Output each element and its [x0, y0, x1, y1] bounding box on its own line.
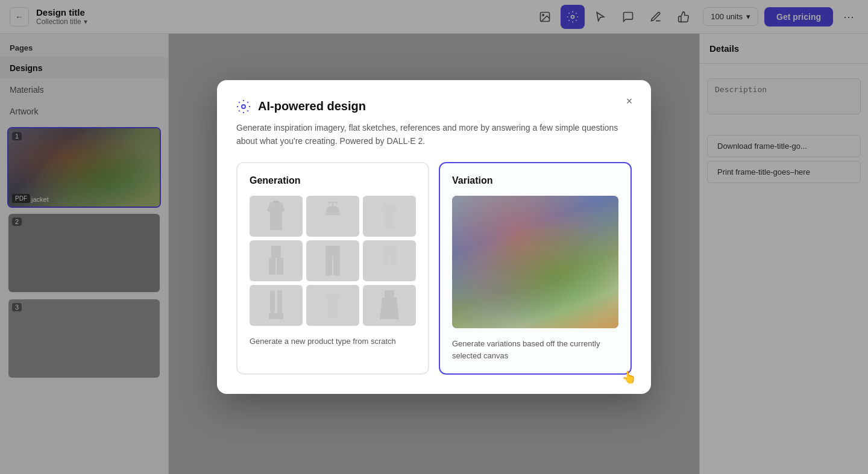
modal-cards: Generation — [236, 162, 632, 375]
shorts-icon — [377, 245, 401, 278]
generation-card-desc: Generate a new product type from scratch — [250, 335, 416, 348]
svg-rect-7 — [277, 258, 283, 275]
modal-close-button[interactable]: × — [620, 92, 639, 111]
ai-design-modal: AI-powered design × Generate inspiration… — [217, 80, 651, 394]
bra-icon — [321, 200, 345, 233]
gen-item-shorts — [363, 240, 416, 281]
svg-rect-15 — [277, 290, 282, 313]
svg-rect-8 — [326, 246, 340, 257]
svg-rect-13 — [390, 254, 397, 265]
jacket-flat-icon — [321, 289, 345, 322]
modal-gear-icon — [236, 99, 251, 114]
variation-card-title: Variation — [452, 175, 618, 186]
svg-rect-5 — [271, 246, 281, 258]
gen-item-bra — [306, 196, 359, 237]
gen-item-hoodie — [250, 196, 303, 237]
skirt-icon — [377, 289, 401, 322]
variation-image — [452, 196, 618, 328]
suspenders-icon — [264, 289, 288, 322]
hoodie-icon — [264, 200, 288, 233]
cursor-pointer-icon: 👆 — [621, 370, 637, 384]
gen-item-jacket-flat — [306, 285, 359, 326]
svg-rect-6 — [269, 258, 275, 275]
variation-card-desc: Generate variations based off the curren… — [452, 338, 618, 361]
gen-item-skirt — [363, 285, 416, 326]
modal-title: AI-powered design — [258, 99, 366, 113]
modal-description: Generate inspiration imagery, flat sketc… — [236, 121, 632, 148]
tshirt-icon — [377, 200, 401, 233]
svg-rect-17 — [385, 290, 394, 298]
generation-card[interactable]: Generation — [236, 162, 429, 375]
gen-item-suspenders — [250, 285, 303, 326]
svg-rect-11 — [382, 246, 397, 254]
pants-icon — [321, 245, 345, 278]
svg-rect-14 — [270, 290, 275, 313]
overalls-icon — [264, 245, 288, 278]
generation-card-title: Generation — [250, 175, 416, 186]
svg-rect-16 — [269, 313, 283, 319]
gen-item-overalls — [250, 240, 303, 281]
gen-item-tshirt — [363, 196, 416, 237]
modal-header: AI-powered design — [236, 99, 632, 114]
gen-item-pants — [306, 240, 359, 281]
modal-overlay[interactable]: AI-powered design × Generate inspiration… — [0, 0, 868, 474]
generation-grid — [250, 196, 416, 326]
svg-point-3 — [242, 105, 245, 108]
svg-rect-10 — [333, 257, 340, 276]
svg-rect-12 — [382, 254, 389, 265]
variation-jacket-preview — [452, 196, 618, 328]
svg-rect-9 — [326, 257, 332, 276]
variation-card[interactable]: Variation Generate variations based off … — [439, 162, 632, 375]
